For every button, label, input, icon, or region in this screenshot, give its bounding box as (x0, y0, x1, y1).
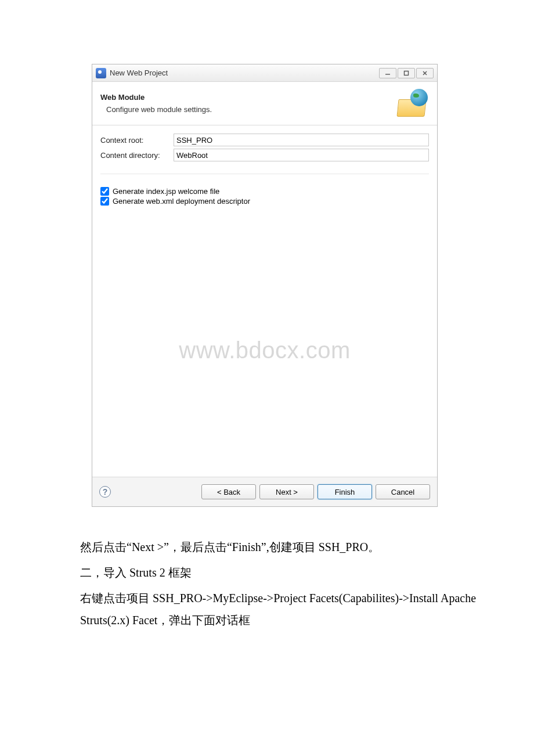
prose-paragraph-1: 然后点击“Next >”，最后点击“Finish”,创建项目 SSH_PRO。 (80, 536, 478, 558)
wizard-title: Web Module (100, 93, 395, 102)
new-web-project-dialog: New Web Project Web Module Configure web… (92, 64, 438, 507)
wizard-subtitle: Configure web module settings. (106, 105, 395, 114)
close-icon (422, 70, 428, 76)
help-icon[interactable]: ? (99, 486, 111, 498)
folder-globe-icon (395, 89, 429, 118)
generate-index-jsp-checkbox-row[interactable]: Generate index.jsp welcome file (100, 187, 429, 196)
svg-rect-1 (405, 71, 409, 75)
content-directory-label: Content directory: (100, 151, 174, 160)
app-icon (96, 68, 106, 78)
generate-web-xml-label: Generate web.xml deployment descriptor (113, 197, 250, 206)
wizard-header: Web Module Configure web module settings… (92, 82, 437, 125)
minimize-icon (385, 70, 391, 76)
titlebar: New Web Project (92, 64, 437, 82)
maximize-icon (403, 70, 409, 76)
prose-paragraph-2: 右键点击项目 SSH_PRO->MyEclipse->Project Facet… (80, 592, 476, 627)
wizard-body: Context root: Content directory: Generat… (92, 125, 437, 477)
next-button[interactable]: Next > (259, 484, 314, 499)
generate-index-jsp-checkbox[interactable] (100, 187, 109, 196)
window-title: New Web Project (110, 69, 378, 77)
generate-web-xml-checkbox[interactable] (100, 197, 109, 206)
wizard-footer: ? < Back Next > Finish Cancel (92, 477, 437, 506)
minimize-button[interactable] (379, 68, 396, 78)
back-button[interactable]: < Back (201, 484, 256, 499)
document-prose: 然后点击“Next >”，最后点击“Finish”,创建项目 SSH_PRO。 … (0, 507, 534, 631)
finish-button[interactable]: Finish (317, 484, 372, 499)
context-root-input[interactable] (174, 134, 429, 146)
prose-heading-2: 二，导入 Struts 2 框架 (80, 561, 478, 584)
maximize-button[interactable] (398, 68, 415, 78)
generate-index-jsp-label: Generate index.jsp welcome file (113, 187, 219, 196)
generate-web-xml-checkbox-row[interactable]: Generate web.xml deployment descriptor (100, 197, 429, 206)
cancel-button[interactable]: Cancel (376, 484, 430, 499)
watermark-text: www.bdocx.com (92, 337, 437, 363)
context-root-label: Context root: (100, 136, 174, 145)
close-button[interactable] (416, 68, 434, 78)
content-directory-input[interactable] (174, 149, 429, 161)
